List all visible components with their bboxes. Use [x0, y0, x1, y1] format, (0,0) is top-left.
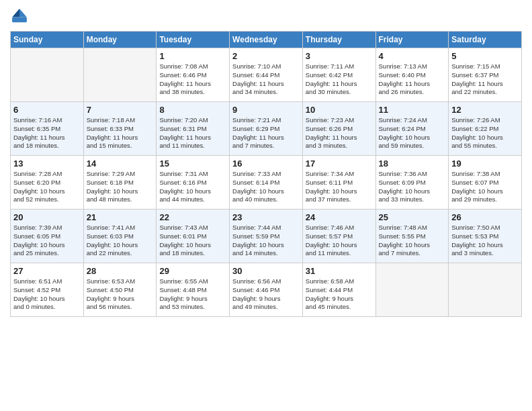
calendar-week-row: 20Sunrise: 7:39 AM Sunset: 6:05 PM Dayli…: [11, 210, 522, 263]
day-info: Sunrise: 7:38 AM Sunset: 6:07 PM Dayligh…: [451, 170, 519, 204]
weekday-header: Tuesday: [157, 32, 230, 48]
calendar-cell: 1Sunrise: 7:08 AM Sunset: 6:46 PM Daylig…: [157, 48, 230, 102]
day-number: 3: [306, 51, 373, 61]
day-number: 29: [159, 266, 226, 276]
weekday-header: Monday: [83, 32, 157, 48]
calendar-cell: 5Sunrise: 7:15 AM Sunset: 6:37 PM Daylig…: [449, 48, 522, 102]
day-number: 14: [87, 158, 154, 169]
calendar-cell: 19Sunrise: 7:38 AM Sunset: 6:07 PM Dayli…: [449, 156, 522, 210]
day-info: Sunrise: 7:31 AM Sunset: 6:16 PM Dayligh…: [159, 170, 226, 204]
calendar-cell: 14Sunrise: 7:29 AM Sunset: 6:18 PM Dayli…: [83, 156, 157, 210]
calendar-cell: 2Sunrise: 7:10 AM Sunset: 6:44 PM Daylig…: [230, 48, 303, 102]
weekday-header: Thursday: [302, 32, 375, 48]
day-number: 30: [232, 266, 300, 276]
day-info: Sunrise: 6:53 AM Sunset: 4:50 PM Dayligh…: [87, 277, 154, 312]
calendar-cell: 4Sunrise: 7:13 AM Sunset: 6:40 PM Daylig…: [375, 48, 449, 102]
day-info: Sunrise: 7:41 AM Sunset: 6:03 PM Dayligh…: [87, 224, 154, 258]
day-number: 23: [232, 212, 300, 222]
day-number: 24: [306, 212, 373, 222]
day-info: Sunrise: 7:29 AM Sunset: 6:18 PM Dayligh…: [87, 170, 154, 204]
day-number: 26: [451, 212, 519, 222]
calendar-cell: 6Sunrise: 7:16 AM Sunset: 6:35 PM Daylig…: [11, 102, 84, 156]
calendar-cell: 12Sunrise: 7:26 AM Sunset: 6:22 PM Dayli…: [449, 102, 522, 156]
weekday-header: Friday: [375, 32, 449, 48]
day-number: 4: [379, 51, 446, 61]
svg-marker-2: [12, 9, 19, 17]
weekday-header: Saturday: [449, 32, 522, 48]
day-number: 2: [232, 51, 300, 61]
day-number: 10: [306, 105, 373, 115]
header: [10, 7, 522, 26]
calendar-cell: 29Sunrise: 6:55 AM Sunset: 4:48 PM Dayli…: [157, 263, 230, 317]
day-info: Sunrise: 7:16 AM Sunset: 6:35 PM Dayligh…: [13, 116, 81, 150]
day-number: 5: [451, 51, 519, 61]
calendar-cell: 25Sunrise: 7:48 AM Sunset: 5:55 PM Dayli…: [375, 210, 449, 263]
day-info: Sunrise: 6:51 AM Sunset: 4:52 PM Dayligh…: [13, 277, 81, 312]
day-info: Sunrise: 7:18 AM Sunset: 6:33 PM Dayligh…: [87, 116, 154, 150]
calendar-cell: [11, 48, 84, 102]
calendar-table: SundayMondayTuesdayWednesdayThursdayFrid…: [10, 31, 522, 317]
day-number: 15: [159, 158, 226, 169]
calendar-week-row: 13Sunrise: 7:28 AM Sunset: 6:20 PM Dayli…: [11, 156, 522, 210]
day-info: Sunrise: 7:34 AM Sunset: 6:11 PM Dayligh…: [306, 170, 373, 204]
logo: [10, 7, 32, 26]
calendar-week-row: 1Sunrise: 7:08 AM Sunset: 6:46 PM Daylig…: [11, 48, 522, 102]
calendar-cell: 3Sunrise: 7:11 AM Sunset: 6:42 PM Daylig…: [302, 48, 375, 102]
day-info: Sunrise: 7:50 AM Sunset: 5:53 PM Dayligh…: [451, 224, 519, 258]
calendar-cell: 20Sunrise: 7:39 AM Sunset: 6:05 PM Dayli…: [11, 210, 84, 263]
svg-rect-3: [12, 17, 27, 23]
calendar-cell: 13Sunrise: 7:28 AM Sunset: 6:20 PM Dayli…: [11, 156, 84, 210]
calendar-cell: 9Sunrise: 7:21 AM Sunset: 6:29 PM Daylig…: [230, 102, 303, 156]
calendar-cell: 11Sunrise: 7:24 AM Sunset: 6:24 PM Dayli…: [375, 102, 449, 156]
calendar-cell: 16Sunrise: 7:33 AM Sunset: 6:14 PM Dayli…: [230, 156, 303, 210]
calendar-header-row: SundayMondayTuesdayWednesdayThursdayFrid…: [11, 32, 522, 48]
day-number: 11: [379, 105, 446, 115]
weekday-header: Wednesday: [230, 32, 303, 48]
calendar-cell: 7Sunrise: 7:18 AM Sunset: 6:33 PM Daylig…: [83, 102, 157, 156]
day-info: Sunrise: 7:46 AM Sunset: 5:57 PM Dayligh…: [306, 224, 373, 258]
day-info: Sunrise: 6:55 AM Sunset: 4:48 PM Dayligh…: [159, 277, 226, 312]
day-number: 13: [13, 158, 81, 169]
calendar-cell: 15Sunrise: 7:31 AM Sunset: 6:16 PM Dayli…: [157, 156, 230, 210]
calendar-cell: 18Sunrise: 7:36 AM Sunset: 6:09 PM Dayli…: [375, 156, 449, 210]
calendar-week-row: 27Sunrise: 6:51 AM Sunset: 4:52 PM Dayli…: [11, 263, 522, 317]
day-info: Sunrise: 7:48 AM Sunset: 5:55 PM Dayligh…: [379, 224, 446, 258]
day-number: 19: [451, 158, 519, 169]
calendar-cell: 26Sunrise: 7:50 AM Sunset: 5:53 PM Dayli…: [449, 210, 522, 263]
day-info: Sunrise: 7:23 AM Sunset: 6:26 PM Dayligh…: [306, 116, 373, 150]
calendar-cell: 30Sunrise: 6:56 AM Sunset: 4:46 PM Dayli…: [230, 263, 303, 317]
day-info: Sunrise: 7:28 AM Sunset: 6:20 PM Dayligh…: [13, 170, 81, 204]
day-info: Sunrise: 7:08 AM Sunset: 6:46 PM Dayligh…: [159, 62, 226, 97]
day-number: 20: [13, 212, 81, 222]
calendar-cell: [375, 263, 449, 317]
logo-icon: [10, 7, 29, 26]
page: SundayMondayTuesdayWednesdayThursdayFrid…: [0, 0, 532, 411]
calendar-cell: 27Sunrise: 6:51 AM Sunset: 4:52 PM Dayli…: [11, 263, 84, 317]
day-info: Sunrise: 6:58 AM Sunset: 4:44 PM Dayligh…: [306, 277, 373, 312]
calendar-cell: 28Sunrise: 6:53 AM Sunset: 4:50 PM Dayli…: [83, 263, 157, 317]
day-number: 9: [232, 105, 300, 115]
day-number: 22: [159, 212, 226, 222]
day-number: 6: [13, 105, 81, 115]
day-info: Sunrise: 7:20 AM Sunset: 6:31 PM Dayligh…: [159, 116, 226, 150]
day-number: 16: [232, 158, 300, 169]
calendar-cell: 22Sunrise: 7:43 AM Sunset: 6:01 PM Dayli…: [157, 210, 230, 263]
day-number: 18: [379, 158, 446, 169]
day-number: 21: [87, 212, 154, 222]
day-number: 25: [379, 212, 446, 222]
weekday-header: Sunday: [11, 32, 84, 48]
day-info: Sunrise: 7:33 AM Sunset: 6:14 PM Dayligh…: [232, 170, 300, 204]
calendar-week-row: 6Sunrise: 7:16 AM Sunset: 6:35 PM Daylig…: [11, 102, 522, 156]
day-number: 27: [13, 266, 81, 276]
calendar-cell: [83, 48, 157, 102]
calendar-cell: 31Sunrise: 6:58 AM Sunset: 4:44 PM Dayli…: [302, 263, 375, 317]
day-info: Sunrise: 7:39 AM Sunset: 6:05 PM Dayligh…: [13, 224, 81, 258]
calendar-cell: 8Sunrise: 7:20 AM Sunset: 6:31 PM Daylig…: [157, 102, 230, 156]
calendar-cell: 17Sunrise: 7:34 AM Sunset: 6:11 PM Dayli…: [302, 156, 375, 210]
day-info: Sunrise: 7:44 AM Sunset: 5:59 PM Dayligh…: [232, 224, 300, 258]
day-info: Sunrise: 7:15 AM Sunset: 6:37 PM Dayligh…: [451, 62, 519, 97]
calendar-cell: 21Sunrise: 7:41 AM Sunset: 6:03 PM Dayli…: [83, 210, 157, 263]
day-number: 8: [159, 105, 226, 115]
day-number: 28: [87, 266, 154, 276]
day-info: Sunrise: 7:24 AM Sunset: 6:24 PM Dayligh…: [379, 116, 446, 150]
